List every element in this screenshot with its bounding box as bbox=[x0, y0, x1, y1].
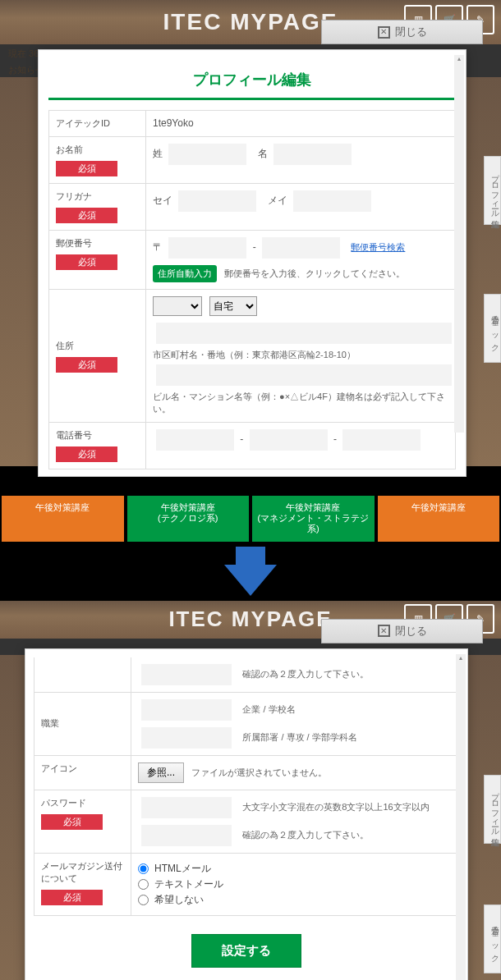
submit-button[interactable]: 設定する bbox=[191, 934, 301, 968]
profile-edit-modal: プロフィール編集 アイテックID 1te9Yoko お名前 必須 姓 bbox=[38, 49, 467, 477]
required-badge: 必須 bbox=[41, 814, 103, 830]
close-button-2[interactable]: ✕ 閉じる bbox=[321, 619, 483, 643]
zip-search-link[interactable]: 郵便番号検索 bbox=[351, 242, 405, 252]
dept-input[interactable] bbox=[141, 727, 232, 749]
firstname-input[interactable] bbox=[273, 144, 352, 165]
zip-sep: - bbox=[253, 241, 256, 253]
dept-label: 所属部署 / 専攻 / 学部学科名 bbox=[242, 732, 356, 742]
course-c[interactable]: 午後対策講座(マネジメント・ストラテジ系) bbox=[252, 496, 375, 542]
mei-input[interactable] bbox=[293, 190, 371, 212]
addr-line1-input[interactable] bbox=[156, 323, 452, 344]
tel-sep2: - bbox=[333, 433, 337, 445]
label-mei: メイ bbox=[268, 195, 287, 206]
radio-none[interactable] bbox=[138, 895, 149, 905]
tel1-input[interactable] bbox=[156, 429, 234, 451]
corp-input[interactable] bbox=[141, 699, 232, 721]
brand-title: ITEC MYPAGE bbox=[163, 9, 338, 35]
side-tab-profile[interactable]: プロフィール編集 bbox=[484, 156, 501, 225]
label-itec-id: アイテックID bbox=[49, 111, 146, 137]
course-a[interactable]: 午後対策講座 bbox=[2, 496, 124, 542]
radio-text[interactable] bbox=[138, 879, 149, 890]
row-icon: アイコン 参照... ファイルが選択されていません。 bbox=[34, 755, 459, 790]
side-tab-profile-2[interactable]: プロフィール編集 bbox=[484, 775, 501, 844]
label-address: 住所 bbox=[56, 341, 74, 350]
label-sei: セイ bbox=[153, 195, 172, 206]
browse-button[interactable]: 参照... bbox=[138, 762, 184, 783]
prev-confirm-note: 確認の為２度入力して下さい。 bbox=[242, 669, 369, 679]
tel3-input[interactable] bbox=[342, 429, 421, 451]
row-kana: フリガナ 必須 セイ メイ bbox=[49, 184, 456, 231]
addr-line3-note: ビル名・マンション名等（例：●×△ビル4F）建物名は必ず記入して下さい。 bbox=[153, 391, 448, 415]
title-underline bbox=[48, 98, 456, 100]
profile-form-table-2: 確認の為２度入力して下さい。 職業 企業 / 学校名 所属 bbox=[34, 657, 459, 916]
profile-form-table: アイテックID 1te9Yoko お名前 必須 姓 名 bbox=[48, 110, 456, 469]
tel2-input[interactable] bbox=[250, 429, 328, 451]
scrollbar-2[interactable] bbox=[456, 654, 466, 980]
label-job: 職業 bbox=[34, 692, 131, 755]
required-badge: 必須 bbox=[56, 161, 117, 176]
password-confirm-note: 確認の為２度入力して下さい。 bbox=[242, 830, 369, 840]
addr-line2-note: 市区町村名・番地（例：東京都港区高輪2-18-10） bbox=[153, 349, 448, 361]
label-firstname: 名 bbox=[258, 148, 268, 159]
no-file-label: ファイルが選択されていません。 bbox=[191, 767, 327, 777]
label-zip: 郵便番号 bbox=[56, 238, 92, 248]
course-row-top: 午後対策講座 午後対策講座(テクノロジ系) 午後対策講座(マネジメント・ストラテ… bbox=[0, 494, 501, 543]
close-button[interactable]: ✕ 閉じる bbox=[321, 20, 483, 44]
label-lastname: 姓 bbox=[153, 148, 163, 159]
sei-input[interactable] bbox=[178, 190, 256, 212]
close-label: 閉じる bbox=[395, 25, 427, 39]
label-kana: フリガナ bbox=[56, 191, 92, 201]
row-zip: 郵便番号 必須 〒 - 郵便番号検索 bbox=[49, 231, 456, 290]
zip-prefix: 〒 bbox=[153, 241, 163, 253]
password-input[interactable] bbox=[141, 797, 232, 818]
label-icon: アイコン bbox=[34, 755, 131, 790]
auto-address-note: 郵便番号を入力後、クリックしてください。 bbox=[224, 268, 405, 278]
row-name: お名前 必須 姓 名 bbox=[49, 137, 456, 184]
required-badge: 必須 bbox=[56, 446, 117, 462]
tel-sep1: - bbox=[240, 433, 243, 445]
password-rule: 大文字小文字混在の英数8文字以上16文字以内 bbox=[242, 802, 429, 812]
modal-title: プロフィール編集 bbox=[48, 66, 456, 98]
zip2-input[interactable] bbox=[262, 237, 340, 259]
label-tel: 電話番号 bbox=[56, 430, 92, 440]
corp-label: 企業 / 学校名 bbox=[242, 704, 295, 714]
home-select[interactable]: 自宅 bbox=[209, 296, 257, 316]
prev-confirm-input[interactable] bbox=[141, 664, 232, 685]
scrollbar[interactable] bbox=[454, 55, 464, 433]
addr-line2-input[interactable] bbox=[156, 364, 452, 386]
brand-title-2: ITEC MYPAGE bbox=[168, 607, 332, 632]
row-tel: 電話番号 必須 - - bbox=[49, 423, 456, 469]
required-badge: 必須 bbox=[41, 890, 103, 905]
row-confirm-prev: 確認の為２度入力して下さい。 bbox=[34, 657, 459, 693]
row-address: 住所 必須 自宅 市区町村名・番地（例：東京都港区高輪2-18-10） ビル名・… bbox=[49, 290, 456, 423]
side-tab-check[interactable]: 適合チェック bbox=[484, 294, 501, 363]
auto-address-button[interactable]: 住所自動入力 bbox=[153, 265, 217, 282]
required-badge: 必須 bbox=[56, 208, 117, 223]
row-password: パスワード 必須 大文字小文字混在の英数8文字以上16文字以内 確認の為２度入力… bbox=[34, 790, 459, 853]
lastname-input[interactable] bbox=[168, 144, 246, 165]
close-icon: ✕ bbox=[378, 625, 390, 637]
label-name: お名前 bbox=[56, 144, 83, 154]
row-job: 職業 企業 / 学校名 所属部署 / 専攻 / 学部学科名 bbox=[34, 692, 459, 755]
row-mailmag: メールマガジン送付について 必須 HTMLメール テキストメール 希望しない bbox=[34, 853, 459, 915]
label-password: パスワード bbox=[41, 798, 86, 808]
value-itec-id: 1te9Yoko bbox=[146, 111, 456, 137]
password-confirm-input[interactable] bbox=[141, 825, 232, 846]
course-b[interactable]: 午後対策講座(テクノロジ系) bbox=[127, 496, 250, 542]
zip1-input[interactable] bbox=[168, 237, 246, 259]
required-badge: 必須 bbox=[56, 357, 117, 373]
side-tab-check-2[interactable]: 適合チェック bbox=[484, 904, 501, 973]
close-icon: ✕ bbox=[378, 26, 390, 39]
course-d[interactable]: 午後対策講座 bbox=[378, 496, 500, 542]
required-badge: 必須 bbox=[56, 254, 117, 270]
label-mailmag: メールマガジン送付について bbox=[41, 861, 122, 883]
transition-arrow bbox=[0, 543, 501, 601]
row-itec-id: アイテックID 1te9Yoko bbox=[49, 111, 456, 137]
pref-select[interactable] bbox=[153, 296, 202, 316]
radio-html[interactable] bbox=[138, 863, 149, 874]
close-label: 閉じる bbox=[395, 624, 427, 639]
profile-edit-modal-2: 確認の為２度入力して下さい。 職業 企業 / 学校名 所属 bbox=[25, 648, 468, 980]
